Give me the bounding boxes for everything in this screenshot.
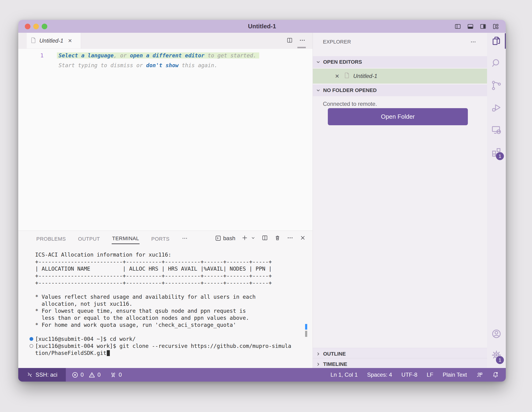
toggle-secondary-sidebar-icon[interactable] [480,23,487,30]
editor-line-1: Select a language, or open a different e… [57,51,259,60]
panel-more-tabs-icon[interactable] [181,232,188,245]
close-editor-icon[interactable]: × [335,73,339,80]
tab-untitled-1[interactable]: Untitled-1 × [27,33,81,48]
search-icon[interactable] [491,58,502,69]
connected-to-remote-text: Connected to remote. [323,101,377,107]
chevron-down-icon [316,88,321,93]
vscode-window: Untitled-1 Untitled-1 × [18,20,506,382]
extensions-badge: 1 [496,152,504,160]
terminal-cursor [107,350,110,356]
terminal-dropdown-icon[interactable] [251,235,256,241]
remote-explorer-icon[interactable] [491,124,502,135]
remote-indicator[interactable]: SSH: aci [18,368,66,382]
open-editor-item-untitled-1[interactable]: × Untitled-1 [313,69,487,84]
open-editor-link[interactable]: open a different editor [130,52,205,58]
terminal-line [35,328,291,336]
tab-terminal[interactable]: TERMINAL [112,232,140,244]
errors-icon [72,372,78,378]
editor-tab-bar: Untitled-1 × [18,33,313,49]
split-editor-icon[interactable] [286,37,293,45]
tabbar-scrollbar[interactable] [297,47,306,48]
terminal-line: * Values reflect shared usage and availa… [35,293,291,300]
active-view-indicator [505,33,506,49]
layout-controls [454,20,499,33]
toggle-panel-icon[interactable] [467,23,474,30]
problems-status[interactable]: 0 0 [72,372,101,378]
open-folder-button[interactable]: Open Folder [328,108,468,125]
manage-badge: 1 [496,356,504,364]
terminal-command-line: [xuc116@submit-004 ~]$ cd work/ [35,336,291,342]
kill-terminal-icon[interactable] [274,234,281,242]
warnings-icon [89,372,95,378]
tab-ports[interactable]: PORTS [151,233,170,244]
open-editors-section-header[interactable]: OPEN EDITORS [313,56,487,68]
panel-more-actions-icon[interactable] [287,234,293,242]
overview-ruler-command-mark[interactable] [305,324,307,330]
chevron-right-icon [316,351,321,356]
overview-ruler-command-mark[interactable] [305,331,307,337]
remote-icon [27,372,33,378]
status-bar: SSH: aci 0 0 0 Ln 1, Col 1 Spaces: 4 UTF… [18,368,506,382]
source-control-icon[interactable] [491,80,502,91]
language-mode-status[interactable]: Plain Text [443,372,467,378]
customize-layout-icon[interactable] [492,23,499,30]
explorer-icon[interactable] [491,36,502,46]
new-terminal-icon[interactable] [241,234,248,242]
tab-label: Untitled-1 [39,37,64,44]
no-folder-section-header[interactable]: NO FOLDER OPENED [313,84,487,96]
terminal-profile-label: bash [223,235,235,242]
ports-status[interactable]: 0 [110,372,122,378]
bottom-panel: PROBLEMS OUTPUT TERMINAL PORTS bash [18,231,313,368]
command-running-decoration[interactable] [29,344,33,348]
terminal-output[interactable]: ICS-ACI Allocation information for xuc11… [35,251,291,356]
terminal-actions: bash [215,231,306,245]
terminal-command-line: tion/PhaseFieldSDK.git [35,349,291,356]
panel-tabs: PROBLEMS OUTPUT TERMINAL PORTS [36,231,188,245]
more-actions-icon[interactable] [299,37,305,45]
terminal-line: * For home and work quota usage, run 'ch… [35,321,291,328]
ports-forwarded-icon [110,372,116,378]
tab-output[interactable]: OUTPUT [77,233,100,244]
run-debug-icon[interactable] [491,102,502,113]
open-editor-item-label: Untitled-1 [353,73,378,79]
terminal-line: * For lowest queue time, ensure that qsu… [35,307,291,314]
explorer-more-actions-icon[interactable] [470,39,476,46]
toggle-primary-sidebar-icon[interactable] [454,23,461,30]
indentation-status[interactable]: Spaces: 4 [367,372,392,378]
dont-show-link[interactable]: don't show [146,62,178,68]
cursor-position-status[interactable]: Ln 1, Col 1 [331,372,358,378]
command-success-decoration[interactable] [29,337,33,341]
terminal-line: +--------------------------+-----------+… [35,279,291,286]
explorer-sidebar: EXPLORER OPEN EDITORS × Untitled-1 NO FO… [313,33,487,368]
line-number: 1 [37,51,44,60]
account-icon[interactable] [491,328,502,339]
eol-status[interactable]: LF [427,372,433,378]
chevron-right-icon [316,362,321,367]
select-language-link[interactable]: Select a language [58,52,114,58]
editor-line-2: Start typing to dismiss or don't show th… [58,60,218,70]
split-terminal-icon[interactable] [262,234,268,242]
sidebar-title: EXPLORER [323,33,351,51]
file-icon [344,72,350,80]
terminal-command-line: [xuc116@submit-004 work]$ git clone --re… [35,342,291,349]
close-panel-icon[interactable] [299,234,306,242]
activity-bar: 1 1 [487,33,506,368]
terminal-line [35,286,291,293]
feedback-icon[interactable] [476,372,483,378]
terminal-line: less than or equal to the allocation nod… [35,314,291,321]
encoding-status[interactable]: UTF-8 [401,372,417,378]
titlebar: Untitled-1 [18,20,506,33]
notifications-bell-icon[interactable] [492,372,499,378]
tab-close-icon[interactable]: × [68,37,72,44]
editor-area[interactable]: 1 Select a language, or open a different… [18,49,313,231]
terminal-profile[interactable]: bash [215,235,235,242]
terminal-line: ICS-ACI Allocation information for xuc11… [35,251,291,258]
terminal-line: +--------------------------+-----------+… [35,272,291,279]
file-icon [31,37,36,44]
terminal-line: allocation, not just xuc116. [35,300,291,307]
editor-actions [286,33,305,48]
terminal-line: | ALLOCATION NAME | ALLOC HRS | HRS AVAI… [35,265,291,272]
terminal-line: +--------------------------+-----------+… [35,258,291,265]
window-title: Untitled-1 [18,20,506,33]
tab-problems[interactable]: PROBLEMS [36,233,66,244]
